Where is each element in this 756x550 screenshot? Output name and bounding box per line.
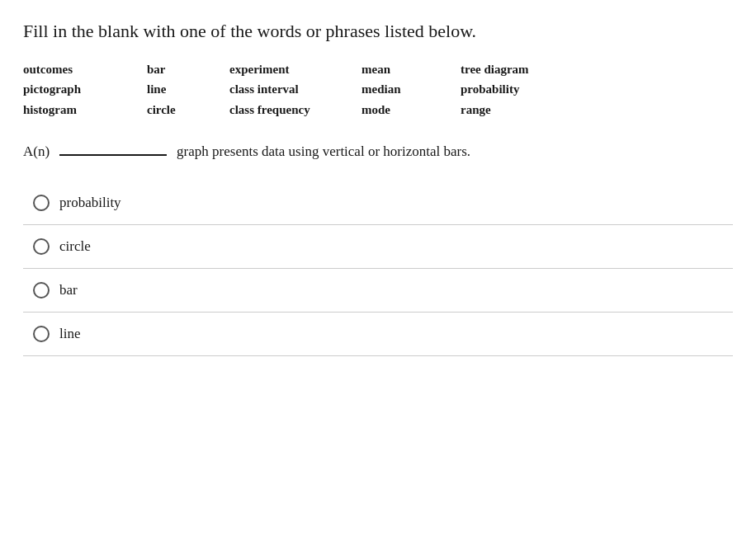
radio-probability[interactable]: [33, 195, 50, 211]
word-item: probability: [461, 80, 609, 99]
word-item: range: [461, 101, 609, 120]
word-item: mode: [361, 101, 461, 120]
answer-blank: [59, 154, 167, 156]
word-item: tree diagram: [461, 60, 609, 79]
word-column-5: tree diagram probability range: [461, 60, 609, 120]
option-label-bar: bar: [59, 282, 78, 299]
option-probability[interactable]: probability: [23, 181, 733, 225]
option-label-circle: circle: [59, 238, 91, 255]
word-bank: outcomes pictograph histogram bar line c…: [23, 60, 733, 120]
question-prefix: A(n): [23, 143, 50, 160]
word-item: experiment: [229, 60, 361, 79]
word-item: pictograph: [23, 80, 147, 99]
option-line[interactable]: line: [23, 313, 733, 356]
option-bar[interactable]: bar: [23, 269, 733, 313]
word-column-2: bar line circle: [147, 60, 229, 120]
question-suffix: graph presents data using vertical or ho…: [177, 143, 470, 160]
word-item: circle: [147, 101, 229, 120]
word-item: mean: [361, 60, 461, 79]
question-section: A(n) graph presents data using vertical …: [23, 143, 733, 356]
word-item: class frequency: [229, 101, 361, 120]
option-label-line: line: [59, 326, 81, 342]
radio-bar[interactable]: [33, 282, 50, 299]
word-column-3: experiment class interval class frequenc…: [229, 60, 361, 120]
word-item: histogram: [23, 101, 147, 120]
word-column-1: outcomes pictograph histogram: [23, 60, 147, 120]
radio-line[interactable]: [33, 326, 50, 342]
word-item: class interval: [229, 80, 361, 99]
instruction-text: Fill in the blank with one of the words …: [23, 20, 733, 44]
option-label-probability: probability: [59, 195, 121, 211]
word-item: median: [361, 80, 461, 99]
question-line: A(n) graph presents data using vertical …: [23, 143, 733, 162]
word-item: bar: [147, 60, 229, 79]
radio-circle[interactable]: [33, 238, 50, 255]
word-column-4: mean median mode: [361, 60, 461, 120]
word-item: outcomes: [23, 60, 147, 79]
word-item: line: [147, 80, 229, 99]
option-circle[interactable]: circle: [23, 225, 733, 269]
